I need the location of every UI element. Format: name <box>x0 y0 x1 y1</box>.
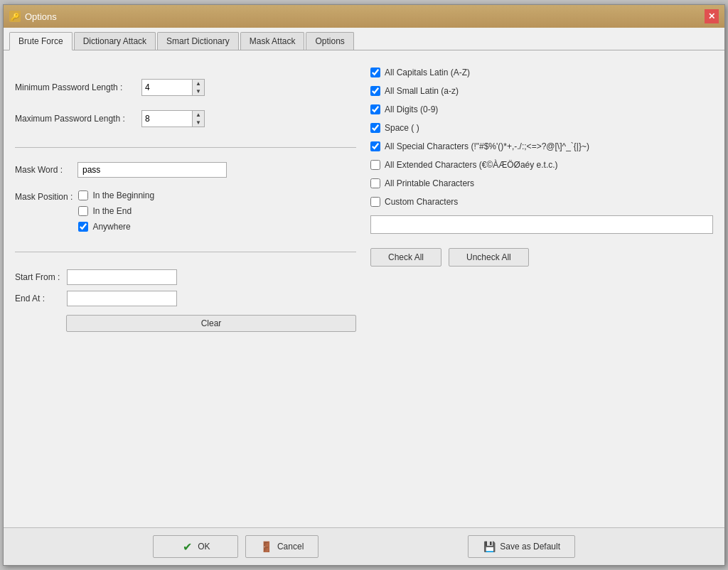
all-special-checkbox[interactable] <box>370 141 380 151</box>
min-password-input[interactable] <box>142 81 192 94</box>
max-password-spinner: ▲ ▼ <box>192 111 204 127</box>
save-icon: 💾 <box>483 540 496 553</box>
end-at-row: End At : <box>15 291 356 306</box>
clear-button[interactable]: Clear <box>66 315 356 332</box>
save-label: Save as Default <box>500 542 560 552</box>
footer: ✔ OK 🚪 Cancel 💾 Save as Default <box>4 527 724 565</box>
all-printable-row: All Printable Characters <box>370 177 713 190</box>
mask-options: In the Beginning In the End Anywhere <box>78 190 154 232</box>
all-special-label[interactable]: All Special Characters (!"#$%'()*+,-./:;… <box>385 141 589 151</box>
options-window: 🔑 Options ✕ Brute Force Dictionary Attac… <box>3 4 725 566</box>
min-password-label: Minimum Password Length : <box>15 82 136 92</box>
tab-options[interactable]: Options <box>306 32 353 50</box>
start-from-input[interactable] <box>67 269 177 285</box>
custom-chars-checkbox[interactable] <box>370 197 380 207</box>
divider-2 <box>15 252 356 252</box>
min-password-row: Minimum Password Length : ▲ ▼ <box>15 79 356 96</box>
start-from-label: Start From : <box>15 272 61 282</box>
uncheck-all-button[interactable]: Uncheck All <box>449 248 529 267</box>
min-password-input-container: ▲ ▼ <box>141 79 205 96</box>
cancel-button[interactable]: 🚪 Cancel <box>245 535 318 558</box>
ok-icon: ✔ <box>181 540 193 553</box>
all-capitals-checkbox[interactable] <box>370 68 380 77</box>
check-buttons: Check All Uncheck All <box>370 248 713 267</box>
mask-word-row: Mask Word : <box>15 162 356 178</box>
window-title: Options <box>25 11 57 22</box>
tab-brute-force[interactable]: Brute Force <box>9 32 73 50</box>
in-beginning-checkbox[interactable] <box>78 190 88 200</box>
all-printable-label[interactable]: All Printable Characters <box>385 178 474 188</box>
mask-in-end-row: In the End <box>78 206 154 216</box>
all-extended-row: All Extended Characters (€©ÀÆÖØaéy e.t.c… <box>370 158 713 171</box>
min-password-up[interactable]: ▲ <box>193 80 204 87</box>
max-password-down[interactable]: ▼ <box>193 119 204 127</box>
all-digits-label[interactable]: All Digits (0-9) <box>385 104 438 114</box>
space-checkbox[interactable] <box>370 123 380 133</box>
tab-smart-dictionary[interactable]: Smart Dictionary <box>157 32 239 50</box>
all-extended-label[interactable]: All Extended Characters (€©ÀÆÖØaéy e.t.c… <box>385 160 558 170</box>
cancel-label: Cancel <box>277 542 304 552</box>
mask-position-section: Mask Position : In the Beginning In the … <box>15 190 356 232</box>
end-at-label: End At : <box>15 294 61 303</box>
all-digits-row: All Digits (0-9) <box>370 103 713 116</box>
min-password-spinner: ▲ ▼ <box>192 80 204 95</box>
min-password-down[interactable]: ▼ <box>193 87 204 95</box>
custom-chars-row: Custom Characters <box>370 195 713 208</box>
tabs-bar: Brute Force Dictionary Attack Smart Dict… <box>4 28 724 50</box>
divider-1 <box>15 147 356 148</box>
max-password-input[interactable] <box>142 112 192 125</box>
all-special-row: All Special Characters (!"#$%'()*+,-./:;… <box>370 140 713 153</box>
mask-word-label: Mask Word : <box>15 165 72 175</box>
tab-dictionary-attack[interactable]: Dictionary Attack <box>74 32 156 50</box>
space-label[interactable]: Space ( ) <box>385 123 419 133</box>
all-capitals-row: All Capitals Latin (A-Z) <box>370 66 713 79</box>
all-digits-checkbox[interactable] <box>370 104 380 114</box>
check-all-button[interactable]: Check All <box>370 248 441 267</box>
anywhere-checkbox[interactable] <box>78 222 88 232</box>
mask-position-label: Mask Position : <box>15 190 73 202</box>
custom-chars-input[interactable] <box>370 215 713 234</box>
all-small-row: All Small Latin (a-z) <box>370 85 713 97</box>
mask-word-input[interactable] <box>77 162 227 178</box>
max-password-up[interactable]: ▲ <box>193 111 204 119</box>
content-area: Minimum Password Length : ▲ ▼ Maximum Pa… <box>4 50 724 527</box>
all-extended-checkbox[interactable] <box>370 160 380 170</box>
space-row: Space ( ) <box>370 122 713 134</box>
app-icon: 🔑 <box>9 11 21 22</box>
max-password-label: Maximum Password Length : <box>15 114 136 124</box>
anywhere-label[interactable]: Anywhere <box>92 222 130 232</box>
tab-mask-attack[interactable]: Mask Attack <box>240 32 305 50</box>
left-panel: Minimum Password Length : ▲ ▼ Maximum Pa… <box>15 62 356 516</box>
start-from-row: Start From : <box>15 269 356 285</box>
mask-anywhere-row: Anywhere <box>78 222 154 232</box>
mask-in-beginning-row: In the Beginning <box>78 190 154 200</box>
max-password-input-container: ▲ ▼ <box>141 110 205 127</box>
in-end-checkbox[interactable] <box>78 206 88 216</box>
all-printable-checkbox[interactable] <box>370 178 380 188</box>
max-password-row: Maximum Password Length : ▲ ▼ <box>15 110 356 127</box>
all-capitals-label[interactable]: All Capitals Latin (A-Z) <box>385 68 470 77</box>
ok-button[interactable]: ✔ OK <box>153 535 238 558</box>
in-end-label[interactable]: In the End <box>92 206 132 216</box>
all-small-label[interactable]: All Small Latin (a-z) <box>385 86 459 96</box>
close-button[interactable]: ✕ <box>705 9 719 23</box>
end-at-input[interactable] <box>67 291 177 306</box>
right-panel: All Capitals Latin (A-Z) All Small Latin… <box>370 62 713 516</box>
title-bar-left: 🔑 Options <box>9 11 57 22</box>
save-default-button[interactable]: 💾 Save as Default <box>468 535 575 558</box>
title-bar: 🔑 Options ✕ <box>4 5 724 28</box>
in-beginning-label[interactable]: In the Beginning <box>92 190 154 200</box>
cancel-icon: 🚪 <box>260 540 273 553</box>
ok-label: OK <box>198 542 210 552</box>
start-end-section: Start From : End At : Clear <box>15 269 356 332</box>
custom-chars-label[interactable]: Custom Characters <box>385 197 458 207</box>
all-small-checkbox[interactable] <box>370 86 380 96</box>
